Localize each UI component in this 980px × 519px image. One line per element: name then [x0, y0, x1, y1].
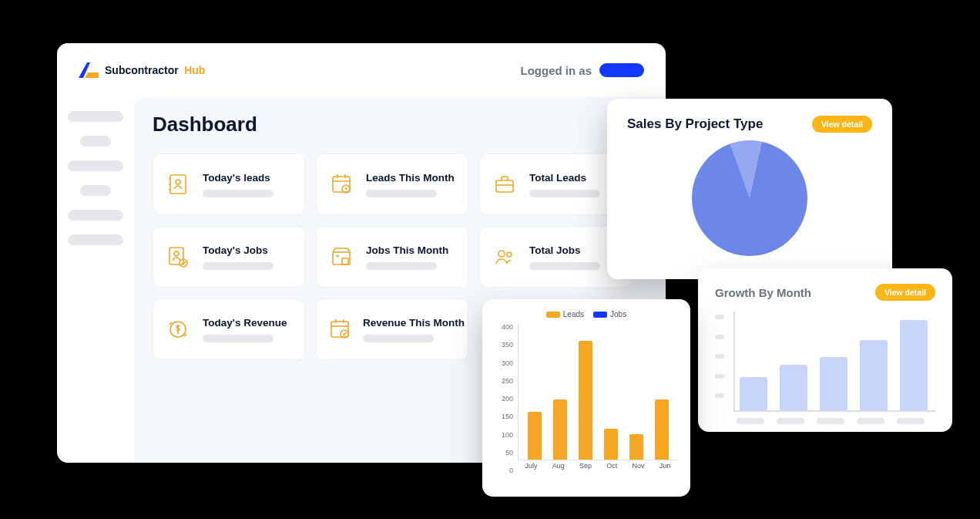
calendar-clock-icon — [327, 170, 355, 198]
dollar-refresh-icon — [164, 315, 192, 343]
sales-by-project-type-card: Sales By Project Type View detail — [607, 99, 892, 279]
stat-card-todays-revenue[interactable]: Today's Revenue — [153, 298, 305, 360]
svg-rect-12 — [496, 180, 513, 192]
growth-xlabel — [817, 418, 844, 424]
brand-name-1: Subcontractor — [105, 64, 179, 76]
ytick — [715, 335, 724, 339]
svg-point-20 — [498, 251, 505, 257]
growth-xlabel — [737, 418, 764, 424]
sales-pie-chart — [692, 140, 807, 256]
briefcase-icon — [491, 170, 519, 198]
stat-value-placeholder — [363, 335, 434, 342]
sidebar-item[interactable] — [68, 210, 123, 221]
stat-value-placeholder — [529, 190, 600, 197]
stat-card-jobs-this-month[interactable]: Jobs This Month — [316, 226, 468, 288]
bar-column — [553, 399, 567, 460]
growth-bar — [820, 357, 847, 410]
svg-point-15 — [174, 251, 179, 256]
svg-rect-7 — [333, 177, 350, 192]
legend-jobs: Jobs — [593, 310, 626, 318]
stat-value-placeholder — [366, 262, 437, 270]
growth-xlabel — [857, 418, 884, 424]
stat-label: Revenue This Month — [363, 317, 465, 329]
calendar-check-icon — [327, 315, 352, 343]
stat-value-placeholder — [366, 190, 437, 197]
bar-column — [579, 341, 592, 460]
growth-bar — [740, 377, 767, 410]
stat-value-placeholder — [203, 190, 274, 197]
ytick — [715, 374, 724, 379]
brand-name-2: Hub — [184, 64, 205, 76]
bar-ytick: 50 — [495, 449, 513, 457]
stat-value-placeholder — [203, 262, 274, 270]
sidebar-item[interactable] — [68, 160, 123, 171]
bar-ytick: 250 — [495, 377, 513, 385]
bar-xlabels: JulyAugSepOctNovJun — [518, 462, 678, 474]
bar-ytick: 150 — [495, 413, 513, 420]
stat-card-revenue-this-month[interactable]: Revenue This Month — [316, 298, 468, 360]
chart-legend: Leads Jobs — [495, 310, 678, 318]
growth-xlabel — [777, 418, 804, 424]
user-area: Logged in as — [520, 63, 644, 77]
stat-card-todays-leads[interactable]: Today's leads — [153, 153, 305, 215]
sidebar-item[interactable] — [80, 136, 111, 147]
bar-xlabel: Jun — [659, 462, 671, 474]
bar-ytick: 300 — [495, 359, 513, 367]
bar-yaxis: 400350300250200150100500 — [495, 323, 518, 474]
growth-chart — [715, 312, 935, 412]
sidebar-item[interactable] — [68, 234, 123, 245]
bar-ytick: 400 — [495, 323, 513, 331]
stat-label: Leads This Month — [366, 172, 455, 184]
bar-xlabel: Nov — [633, 462, 645, 474]
bar-xlabel: Sep — [579, 462, 592, 474]
growth-bar — [780, 365, 807, 410]
bar-plot — [518, 323, 678, 460]
bar-ytick: 0 — [495, 467, 513, 474]
growth-bar — [900, 320, 928, 410]
leads-bar — [579, 341, 592, 460]
bar-column — [629, 434, 643, 460]
svg-rect-24 — [331, 322, 348, 337]
leads-bar — [629, 434, 643, 460]
topbar: Subcontractor Hub Logged in as — [57, 43, 666, 97]
stat-label: Today's Jobs — [203, 244, 274, 256]
growth-title: Growth By Month — [715, 286, 811, 299]
building-store-icon — [327, 243, 355, 271]
stat-label: Today's leads — [203, 172, 274, 184]
growth-bar — [860, 340, 888, 410]
svg-point-6 — [176, 180, 180, 184]
stat-label: Jobs This Month — [366, 244, 448, 256]
leads-bar — [604, 429, 618, 460]
stat-label: Total Leads — [529, 172, 600, 184]
sidebar-item[interactable] — [80, 185, 111, 196]
team-icon — [491, 243, 519, 271]
bar-xlabel: Oct — [606, 462, 617, 474]
bar-ytick: 100 — [495, 431, 513, 439]
bar-xlabel: July — [525, 462, 538, 474]
user-badge[interactable] — [599, 63, 644, 77]
ytick — [715, 393, 724, 398]
stat-value-placeholder — [529, 262, 600, 270]
bar-column — [528, 412, 542, 460]
bar-ytick: 200 — [495, 395, 513, 403]
svg-rect-18 — [342, 258, 348, 265]
brand: Subcontractor Hub — [79, 62, 205, 78]
bar-column — [655, 399, 669, 460]
stat-card-todays-jobs[interactable]: Today's Jobs — [153, 226, 305, 288]
svg-marker-1 — [85, 72, 99, 78]
leads-bar — [553, 399, 567, 460]
leads-bar — [655, 399, 669, 460]
page-title: Dashboard — [153, 113, 647, 136]
growth-by-month-card: Growth By Month View detail — [698, 268, 952, 432]
stat-card-leads-this-month[interactable]: Leads This Month — [316, 153, 468, 215]
contact-book-icon — [164, 170, 192, 198]
brand-logo-icon — [79, 62, 99, 78]
view-detail-button[interactable]: View detail — [812, 116, 872, 133]
sidebar-item[interactable] — [68, 111, 123, 122]
view-detail-button[interactable]: View detail — [875, 284, 935, 301]
svg-point-21 — [507, 252, 512, 257]
job-contact-icon — [164, 243, 192, 271]
ytick — [715, 354, 724, 359]
logged-in-label: Logged in as — [520, 64, 592, 77]
stat-label: Total Jobs — [529, 244, 600, 256]
